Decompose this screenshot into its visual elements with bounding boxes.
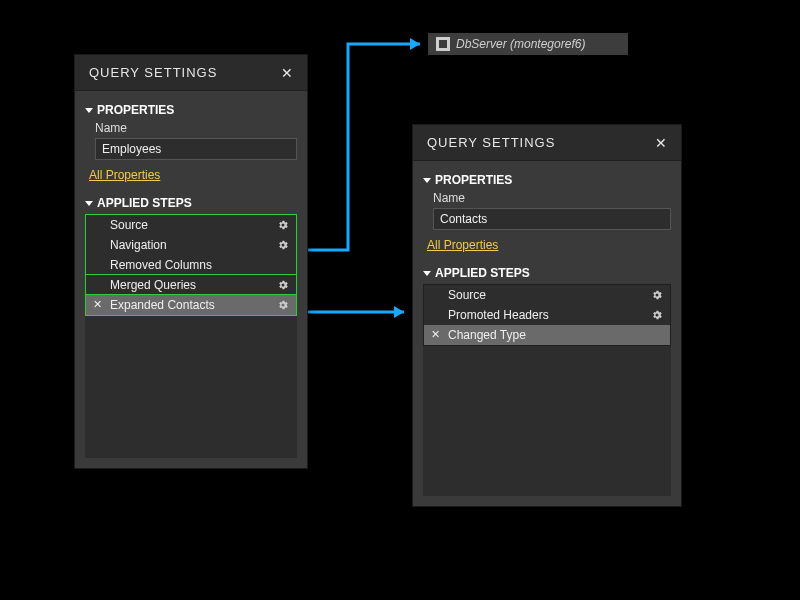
caret-down-icon <box>423 271 431 276</box>
name-input[interactable] <box>433 208 671 230</box>
database-icon <box>436 37 450 51</box>
applied-steps-section-header[interactable]: APPLIED STEPS <box>85 196 297 210</box>
delete-step-icon[interactable]: ✕ <box>90 298 104 311</box>
arrow-to-dbserver <box>308 33 428 253</box>
panel-titlebar: QUERY SETTINGS ✕ <box>413 125 681 161</box>
name-field-label: Name <box>95 121 297 135</box>
panel-title: QUERY SETTINGS <box>89 65 217 80</box>
arrow-to-contacts <box>308 300 412 324</box>
caret-down-icon <box>85 201 93 206</box>
applied-steps-list: SourceNavigationRemoved ColumnsMerged Qu… <box>85 214 297 316</box>
applied-steps-section-header[interactable]: APPLIED STEPS <box>423 266 671 280</box>
panel-titlebar: QUERY SETTINGS ✕ <box>75 55 307 91</box>
properties-label: PROPERTIES <box>435 173 512 187</box>
query-settings-panel-employees: QUERY SETTINGS ✕ PROPERTIES Name All Pro… <box>74 54 308 469</box>
applied-step[interactable]: Source <box>424 285 670 305</box>
applied-steps-label: APPLIED STEPS <box>435 266 530 280</box>
close-icon[interactable]: ✕ <box>277 63 297 83</box>
db-server-chip[interactable]: DbServer (montegoref6) <box>428 33 628 55</box>
caret-down-icon <box>423 178 431 183</box>
db-server-label: DbServer (montegoref6) <box>456 37 585 51</box>
step-label: Source <box>442 288 650 302</box>
applied-step[interactable]: Source <box>86 215 296 235</box>
applied-steps-label: APPLIED STEPS <box>97 196 192 210</box>
close-icon[interactable]: ✕ <box>651 133 671 153</box>
all-properties-link[interactable]: All Properties <box>89 168 160 182</box>
panel-title: QUERY SETTINGS <box>427 135 555 150</box>
step-label: Removed Columns <box>104 258 290 272</box>
properties-label: PROPERTIES <box>97 103 174 117</box>
applied-step[interactable]: Merged Queries <box>86 275 296 295</box>
applied-step[interactable]: ✕Changed Type <box>424 325 670 345</box>
properties-section-header[interactable]: PROPERTIES <box>85 103 297 117</box>
applied-step[interactable]: Removed Columns <box>86 255 296 275</box>
step-label: Changed Type <box>442 328 664 342</box>
applied-step[interactable]: Promoted Headers <box>424 305 670 325</box>
delete-step-icon[interactable]: ✕ <box>428 328 442 341</box>
applied-step[interactable]: Navigation <box>86 235 296 255</box>
caret-down-icon <box>85 108 93 113</box>
step-label: Merged Queries <box>104 278 276 292</box>
name-input[interactable] <box>95 138 297 160</box>
gear-icon[interactable] <box>276 218 290 232</box>
gear-icon[interactable] <box>276 278 290 292</box>
step-label: Expanded Contacts <box>104 298 276 312</box>
all-properties-link[interactable]: All Properties <box>427 238 498 252</box>
step-label: Navigation <box>104 238 276 252</box>
applied-step[interactable]: ✕Expanded Contacts <box>86 295 296 315</box>
gear-icon[interactable] <box>276 298 290 312</box>
query-settings-panel-contacts: QUERY SETTINGS ✕ PROPERTIES Name All Pro… <box>412 124 682 507</box>
gear-icon[interactable] <box>650 288 664 302</box>
gear-icon[interactable] <box>650 308 664 322</box>
steps-empty-area <box>423 346 671 496</box>
steps-empty-area <box>85 316 297 458</box>
gear-icon[interactable] <box>276 238 290 252</box>
name-field-label: Name <box>433 191 671 205</box>
panel-body: PROPERTIES Name All Properties APPLIED S… <box>75 91 307 468</box>
panel-body: PROPERTIES Name All Properties APPLIED S… <box>413 161 681 506</box>
step-label: Promoted Headers <box>442 308 650 322</box>
step-label: Source <box>104 218 276 232</box>
properties-section-header[interactable]: PROPERTIES <box>423 173 671 187</box>
applied-steps-list: SourcePromoted Headers✕Changed Type <box>423 284 671 346</box>
